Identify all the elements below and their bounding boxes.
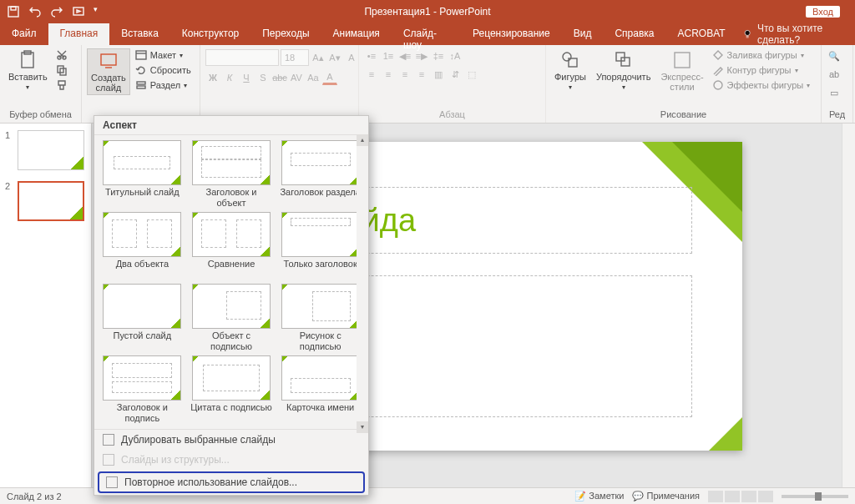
font-size-select[interactable]: [281, 49, 309, 66]
comments-button[interactable]: 💬 Примечания: [632, 491, 700, 501]
undo-icon[interactable]: [28, 5, 42, 18]
popup-theme-header: Аспект: [94, 116, 368, 135]
layout-title-content[interactable]: Заголовок и объект: [190, 140, 273, 209]
start-from-beginning-icon[interactable]: [72, 5, 85, 18]
new-slide-button[interactable]: Создать слайд: [87, 48, 130, 95]
layout-section-header[interactable]: Заголовок раздела: [279, 140, 362, 209]
align-right-button[interactable]: ≡: [397, 67, 412, 82]
quick-styles-button[interactable]: Экспресс- стили: [657, 48, 706, 93]
sorter-view-button[interactable]: [725, 491, 740, 502]
format-painter-button[interactable]: [54, 78, 69, 92]
layout-title-caption[interactable]: Заголовок и подпись: [101, 355, 184, 424]
align-left-button[interactable]: ≡: [364, 67, 379, 82]
paste-button[interactable]: Вставить ▾: [5, 48, 51, 93]
bold-button[interactable]: Ж: [205, 70, 220, 85]
change-case-button[interactable]: Aa: [306, 70, 321, 85]
tab-view[interactable]: Вид: [562, 23, 604, 45]
tab-transitions[interactable]: Переходы: [250, 23, 321, 45]
arrange-button[interactable]: Упорядочить▾: [593, 48, 654, 93]
thumbnail-2[interactable]: 2: [5, 181, 86, 224]
zoom-knob[interactable]: [815, 492, 822, 501]
tab-home[interactable]: Главная: [48, 23, 110, 45]
scroll-down-icon[interactable]: ▾: [357, 421, 368, 433]
underline-button[interactable]: Ч: [239, 70, 254, 85]
tab-design[interactable]: Конструктор: [170, 23, 250, 45]
columns-button[interactable]: ▥: [431, 67, 446, 82]
numbering-button[interactable]: 1≡: [381, 48, 396, 63]
duplicate-slides-menuitem[interactable]: Дублировать выбранные слайды: [94, 430, 368, 450]
shapes-button[interactable]: Фигуры▾: [551, 48, 589, 93]
find-button[interactable]: 🔍: [827, 48, 842, 63]
svg-rect-18: [616, 53, 625, 61]
zoom-slider[interactable]: [782, 495, 848, 498]
tab-review[interactable]: Рецензирование: [461, 23, 562, 45]
bullets-button[interactable]: •≡: [364, 48, 379, 63]
replace-button[interactable]: ab: [827, 67, 842, 82]
tell-me-search[interactable]: Что вы хотите сделать?: [742, 23, 855, 45]
clipboard-icon: [18, 50, 38, 70]
char-spacing-button[interactable]: AV: [289, 70, 304, 85]
decrease-font-icon[interactable]: A▾: [327, 50, 342, 65]
lightbulb-icon: [742, 28, 752, 40]
layout-content-caption[interactable]: Объект с подписью: [190, 284, 273, 352]
shadow-button[interactable]: S: [255, 70, 271, 85]
layout-title-only[interactable]: Только заголовок: [279, 212, 362, 280]
font-color-button[interactable]: A: [322, 70, 337, 85]
section-button[interactable]: Раздел▾: [134, 78, 193, 92]
align-text-button[interactable]: ⇵: [448, 67, 463, 82]
reset-button[interactable]: Сбросить: [134, 63, 193, 77]
layout-name-card[interactable]: Карточка имени: [279, 355, 362, 424]
align-center-button[interactable]: ≡: [381, 67, 396, 82]
copy-button[interactable]: [54, 63, 69, 77]
layout-two-content[interactable]: Два объекта: [101, 212, 184, 280]
tab-slideshow[interactable]: Слайд-шоу: [392, 23, 461, 45]
normal-view-button[interactable]: [708, 491, 723, 502]
shape-outline-button[interactable]: Контур фигуры▾: [711, 63, 812, 77]
qat-dropdown-icon[interactable]: ▾: [94, 5, 98, 18]
justify-button[interactable]: ≡: [414, 67, 429, 82]
italic-button[interactable]: К: [222, 70, 237, 85]
reuse-icon: [106, 476, 118, 488]
layout-comparison[interactable]: Сравнение: [190, 212, 273, 280]
shape-effects-button[interactable]: Эффекты фигуры▾: [711, 78, 812, 92]
tab-help[interactable]: Справка: [603, 23, 665, 45]
svg-rect-15: [137, 86, 145, 88]
tab-insert[interactable]: Вставка: [109, 23, 170, 45]
font-family-select[interactable]: [205, 49, 279, 66]
thumbnail-1[interactable]: 1: [5, 130, 86, 173]
save-icon[interactable]: [7, 5, 20, 18]
smartart-button[interactable]: ⬚: [464, 67, 479, 82]
redo-icon[interactable]: [50, 5, 63, 18]
tab-acrobat[interactable]: ACROBAT: [666, 23, 737, 45]
slides-from-outline-menuitem[interactable]: Слайды из структуры...: [94, 450, 368, 470]
layout-blank[interactable]: Пустой слайд: [101, 284, 184, 352]
line-spacing-button[interactable]: ‡≡: [431, 48, 446, 63]
reading-view-button[interactable]: [741, 491, 756, 502]
slideshow-view-button[interactable]: [758, 491, 773, 502]
svg-rect-14: [137, 82, 145, 84]
scroll-up-icon[interactable]: ▴: [357, 134, 368, 146]
select-button[interactable]: ▭: [827, 85, 842, 100]
svg-rect-19: [621, 58, 630, 66]
decrease-indent-button[interactable]: ◀≡: [397, 48, 412, 63]
text-direction-button[interactable]: ↕A: [448, 48, 463, 63]
layout-quote-caption[interactable]: Цитата с подписью: [190, 355, 273, 424]
layout-picture-caption[interactable]: Рисунок с подписью: [279, 284, 362, 352]
tab-animations[interactable]: Анимация: [321, 23, 392, 45]
increase-font-icon[interactable]: A▴: [311, 50, 326, 65]
clear-formatting-icon[interactable]: A: [344, 50, 359, 65]
layout-button[interactable]: Макет▾: [134, 48, 193, 62]
layout-title-slide[interactable]: Титульный слайд: [101, 140, 184, 209]
strikethrough-button[interactable]: abc: [272, 70, 287, 85]
tab-file[interactable]: Файл: [0, 23, 48, 45]
scissors-icon: [56, 49, 68, 61]
popup-scrollbar[interactable]: ▴▾: [357, 134, 368, 433]
notes-button[interactable]: 📝 Заметки: [574, 491, 624, 501]
increase-indent-button[interactable]: ≡▶: [414, 48, 429, 63]
cut-button[interactable]: [54, 48, 69, 62]
vertical-scrollbar[interactable]: [842, 123, 855, 487]
reuse-slides-menuitem[interactable]: Повторное использование слайдов...: [98, 471, 365, 493]
svg-point-16: [563, 53, 571, 61]
shape-fill-button[interactable]: Заливка фигуры▾: [711, 48, 812, 62]
login-button[interactable]: Вход: [806, 6, 840, 18]
